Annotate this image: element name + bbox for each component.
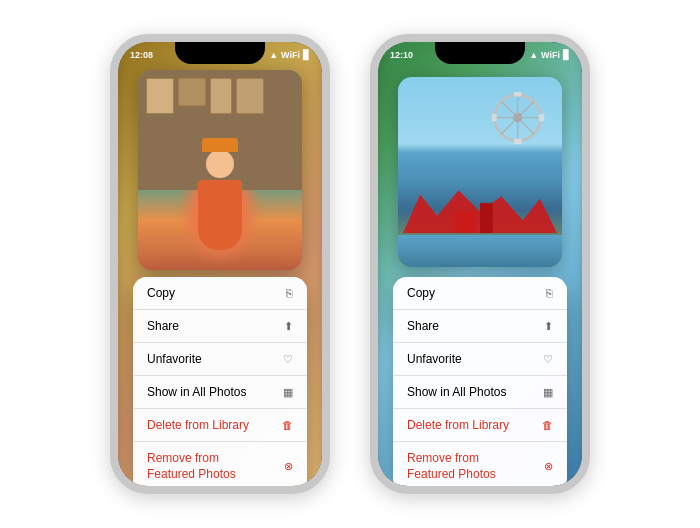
menu-unfavorite-label-1: Unfavorite (147, 352, 202, 366)
phone-1-wrapper: 12:08 ▲ WiFi ▊ (110, 34, 330, 494)
phone-1-status-icons: ▲ WiFi ▊ (269, 50, 310, 60)
remove-featured-icon-2: ⊗ (544, 460, 553, 473)
show-all-icon-1: ▦ (283, 386, 293, 399)
svg-rect-6 (514, 92, 521, 97)
person-head (206, 150, 234, 178)
svg-rect-7 (514, 139, 521, 145)
unfavorite-icon-1: ♡ (283, 353, 293, 366)
phone-2-wrapper: 12:10 ▲ WiFi ▊ (370, 34, 590, 494)
copy-icon-1: ⎘ (286, 287, 293, 299)
svg-rect-8 (492, 114, 497, 121)
phone-2-photo-inner (398, 77, 562, 267)
phone-1-screen: 12:08 ▲ WiFi ▊ (118, 42, 322, 486)
menu-item-delete-1[interactable]: Delete from Library 🗑 (133, 409, 307, 442)
menu-item-remove-featured-1[interactable]: Remove fromFeatured Photos ⊗ (133, 442, 307, 486)
menu-remove-featured-label-2: Remove fromFeatured Photos (407, 451, 496, 482)
menu-item-share-1[interactable]: Share ⬆ (133, 310, 307, 343)
wall-photo-4 (236, 78, 264, 114)
roller-coaster (403, 182, 557, 237)
delete-icon-1: 🗑 (282, 419, 293, 431)
phone-2-screen: 12:10 ▲ WiFi ▊ (378, 42, 582, 486)
menu-show-all-label-1: Show in All Photos (147, 385, 246, 399)
water-area (398, 235, 562, 267)
menu-item-unfavorite-2[interactable]: Unfavorite ♡ (393, 343, 567, 376)
svg-rect-9 (539, 114, 545, 121)
menu-item-share-2[interactable]: Share ⬆ (393, 310, 567, 343)
battery-icon-2: ▊ (563, 50, 570, 60)
remove-featured-icon-1: ⊗ (284, 460, 293, 473)
person-figure (190, 150, 250, 270)
phone-2-notch (435, 42, 525, 64)
share-icon-2: ⬆ (544, 320, 553, 333)
svg-rect-12 (480, 203, 493, 233)
phone-1: 12:08 ▲ WiFi ▊ (110, 34, 330, 494)
person-hat (202, 138, 238, 152)
menu-copy-label-2: Copy (407, 286, 435, 300)
menu-share-label-2: Share (407, 319, 439, 333)
copy-icon-2: ⎘ (546, 287, 553, 299)
menu-item-copy-1[interactable]: Copy ⎘ (133, 277, 307, 310)
phone-1-context-menu: Copy ⎘ Share ⬆ Unfavorite ♡ Show in All … (133, 277, 307, 486)
menu-delete-label-2: Delete from Library (407, 418, 509, 432)
phone-2: 12:10 ▲ WiFi ▊ (370, 34, 590, 494)
phone-1-photo-inner (138, 70, 302, 270)
wall-photo-1 (146, 78, 174, 114)
menu-unfavorite-label-2: Unfavorite (407, 352, 462, 366)
menu-remove-featured-label-1: Remove fromFeatured Photos (147, 451, 236, 482)
phone-1-notch (175, 42, 265, 64)
wall-photo-3 (210, 78, 232, 114)
wall-photo-2 (178, 78, 206, 106)
menu-item-delete-2[interactable]: Delete from Library 🗑 (393, 409, 567, 442)
menu-item-remove-featured-2[interactable]: Remove fromFeatured Photos ⊗ (393, 442, 567, 486)
show-all-icon-2: ▦ (543, 386, 553, 399)
phone-2-context-menu: Copy ⎘ Share ⬆ Unfavorite ♡ Show in All … (393, 277, 567, 486)
phone-2-time: 12:10 (390, 50, 413, 60)
signal-icon-2: ▲ (529, 50, 538, 60)
unfavorite-icon-2: ♡ (543, 353, 553, 366)
phone-2-status-icons: ▲ WiFi ▊ (529, 50, 570, 60)
share-icon-1: ⬆ (284, 320, 293, 333)
menu-share-label-1: Share (147, 319, 179, 333)
menu-item-copy-2[interactable]: Copy ⎘ (393, 277, 567, 310)
menu-show-all-label-2: Show in All Photos (407, 385, 506, 399)
svg-rect-11 (454, 212, 475, 233)
svg-point-5 (513, 113, 522, 122)
phone-1-photo-card[interactable] (138, 70, 302, 270)
menu-item-unfavorite-1[interactable]: Unfavorite ♡ (133, 343, 307, 376)
phone-1-time: 12:08 (130, 50, 153, 60)
phone-2-photo-card[interactable] (398, 77, 562, 267)
wifi-icon: WiFi (281, 50, 300, 60)
ferris-wheel-icon (492, 92, 547, 147)
signal-icon: ▲ (269, 50, 278, 60)
wifi-icon-2: WiFi (541, 50, 560, 60)
menu-copy-label-1: Copy (147, 286, 175, 300)
menu-item-show-all-1[interactable]: Show in All Photos ▦ (133, 376, 307, 409)
menu-delete-label-1: Delete from Library (147, 418, 249, 432)
delete-icon-2: 🗑 (542, 419, 553, 431)
battery-icon: ▊ (303, 50, 310, 60)
person-body (198, 180, 242, 250)
menu-item-show-all-2[interactable]: Show in All Photos ▦ (393, 376, 567, 409)
